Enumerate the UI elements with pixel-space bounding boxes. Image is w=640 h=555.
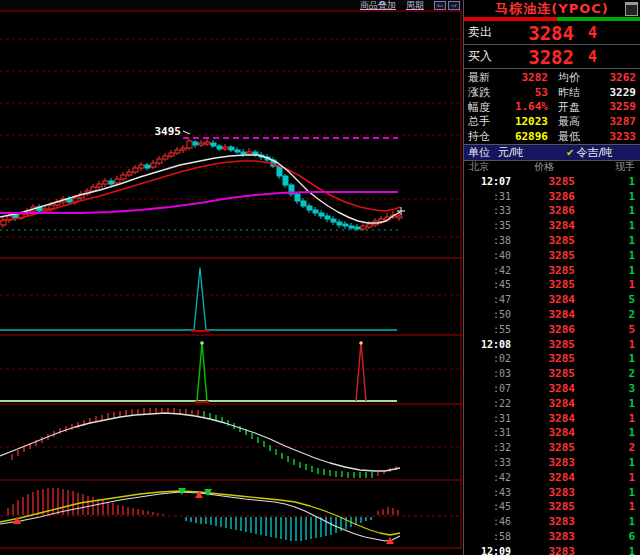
tick-lot: 1 bbox=[575, 456, 635, 469]
tick-row: :50 3284 2 bbox=[469, 307, 635, 322]
stat-value: 3229 bbox=[590, 86, 636, 99]
stat-label: 涨跌 bbox=[468, 85, 498, 100]
tick-time: :31 bbox=[469, 427, 511, 438]
tick-time: :31 bbox=[469, 413, 511, 424]
tick-price: 3285 bbox=[511, 234, 575, 247]
tick-row: :35 3284 1 bbox=[469, 218, 635, 233]
tick-time-header: 北京 bbox=[469, 160, 511, 174]
tick-price: 3283 bbox=[511, 486, 575, 499]
tick-row: :31 3284 1 bbox=[469, 411, 635, 426]
bid-qty: 4 bbox=[588, 48, 597, 66]
tick-lot: 5 bbox=[575, 323, 635, 336]
stat-value: 53 bbox=[498, 86, 548, 99]
tick-lot: 2 bbox=[575, 367, 635, 380]
unit-option-myr[interactable]: 令吉/吨 bbox=[576, 145, 613, 160]
tick-time: :07 bbox=[469, 383, 511, 394]
maximize-icon[interactable] bbox=[625, 2, 638, 16]
tick-time: :33 bbox=[469, 457, 511, 468]
tick-time: :45 bbox=[469, 279, 511, 290]
unit-option-cny[interactable]: 元/吨 bbox=[498, 145, 554, 160]
tick-time: :58 bbox=[469, 531, 511, 542]
tick-row: :55 3286 5 bbox=[469, 322, 635, 337]
tick-lot: 2 bbox=[575, 441, 635, 454]
tick-price: 3284 bbox=[511, 382, 575, 395]
tick-price: 3285 bbox=[511, 264, 575, 277]
tick-time: :45 bbox=[469, 501, 511, 512]
tick-price: 3284 bbox=[511, 293, 575, 306]
tick-time: :03 bbox=[469, 368, 511, 379]
stat-value: 1.64% bbox=[498, 100, 548, 113]
quote-panel: 马棕油连(YPOC) 卖出 3284 4 买入 3282 4 最新 3282 均… bbox=[463, 0, 640, 555]
tick-row: :58 3283 6 bbox=[469, 529, 635, 544]
tick-list-header: 北京 价格 现手 bbox=[464, 161, 640, 174]
tick-row: :42 3285 1 bbox=[469, 263, 635, 278]
tick-row: :22 3284 1 bbox=[469, 396, 635, 411]
stat-label: 持仓 bbox=[468, 129, 498, 144]
ask-label: 卖出 bbox=[468, 24, 502, 41]
tick-time: :33 bbox=[469, 205, 511, 216]
check-icon: ✔ bbox=[566, 147, 574, 158]
tick-price-header: 价格 bbox=[511, 160, 577, 174]
tick-lot: 1 bbox=[575, 412, 635, 425]
tick-lot: 1 bbox=[575, 234, 635, 247]
tick-lot: 1 bbox=[575, 219, 635, 232]
tick-time: 12:09 bbox=[469, 546, 511, 555]
chart-canvas[interactable]: 3495 bbox=[0, 0, 462, 555]
tick-price: 3284 bbox=[511, 412, 575, 425]
tick-time: :42 bbox=[469, 472, 511, 483]
tick-row: :40 3285 1 bbox=[469, 248, 635, 263]
tick-time: :50 bbox=[469, 309, 511, 320]
stats-grid: 最新 3282 均价 3262涨跌 53 昨结 3229幅度 1.64% 开盘 … bbox=[464, 69, 640, 144]
tick-price: 3286 bbox=[511, 323, 575, 336]
tick-row: 12:07 3285 1 bbox=[469, 174, 635, 189]
tick-price: 3284 bbox=[511, 426, 575, 439]
tick-time: :42 bbox=[469, 265, 511, 276]
stat-row: 涨跌 53 昨结 3229 bbox=[468, 85, 636, 100]
tick-price: 3285 bbox=[511, 249, 575, 262]
bid-row: 买入 3282 4 bbox=[464, 45, 640, 69]
tick-lot: 5 bbox=[575, 293, 635, 306]
tick-price: 3283 bbox=[511, 545, 575, 555]
stat-value: 3282 bbox=[498, 71, 548, 84]
tick-row: :02 3285 1 bbox=[469, 352, 635, 367]
up-ratio-segment bbox=[464, 17, 557, 21]
stat-value: 3259 bbox=[590, 100, 636, 113]
tick-price: 3285 bbox=[511, 278, 575, 291]
tick-lot: 1 bbox=[575, 500, 635, 513]
tick-time: :31 bbox=[469, 191, 511, 202]
tick-price: 3283 bbox=[511, 515, 575, 528]
stat-label: 最新 bbox=[468, 70, 498, 85]
tick-time: 12:08 bbox=[469, 339, 511, 350]
stat-row: 最新 3282 均价 3262 bbox=[468, 70, 636, 85]
tick-lot: 2 bbox=[575, 308, 635, 321]
tick-row: :07 3284 3 bbox=[469, 381, 635, 396]
ask-row: 卖出 3284 4 bbox=[464, 21, 640, 45]
stat-label: 总手 bbox=[468, 114, 498, 129]
tick-price: 3283 bbox=[511, 530, 575, 543]
tick-time: :22 bbox=[469, 398, 511, 409]
tick-lot: 1 bbox=[575, 545, 635, 555]
tick-lot: 1 bbox=[575, 426, 635, 439]
tick-lot: 6 bbox=[575, 530, 635, 543]
tick-price: 3285 bbox=[511, 338, 575, 351]
tick-list[interactable]: 12:07 3285 1:31 3286 1:33 3286 1:35 3284… bbox=[464, 174, 640, 555]
tick-price: 3285 bbox=[511, 175, 575, 188]
tick-row: :33 3286 1 bbox=[469, 204, 635, 219]
tick-time: :40 bbox=[469, 250, 511, 261]
stat-label: 均价 bbox=[558, 70, 590, 85]
tick-price: 3284 bbox=[511, 308, 575, 321]
tick-lot: 1 bbox=[575, 278, 635, 291]
tick-row: :31 3286 1 bbox=[469, 189, 635, 204]
tick-time: :32 bbox=[469, 442, 511, 453]
ask-qty: 4 bbox=[588, 24, 597, 42]
svg-text:3495: 3495 bbox=[155, 125, 182, 138]
tick-row: :47 3284 5 bbox=[469, 292, 635, 307]
stat-row: 幅度 1.64% 开盘 3259 bbox=[468, 100, 636, 115]
tick-price: 3285 bbox=[511, 500, 575, 513]
tick-row: :46 3283 1 bbox=[469, 514, 635, 529]
stat-value: 12023 bbox=[498, 115, 548, 128]
tick-lot: 1 bbox=[575, 264, 635, 277]
trading-terminal: 商品叠加 周期 ⇦ ⇨ 3495 马棕油连(YPOC) 卖出 3284 4 买入… bbox=[0, 0, 640, 555]
stat-label: 幅度 bbox=[468, 100, 498, 115]
tick-price: 3286 bbox=[511, 190, 575, 203]
